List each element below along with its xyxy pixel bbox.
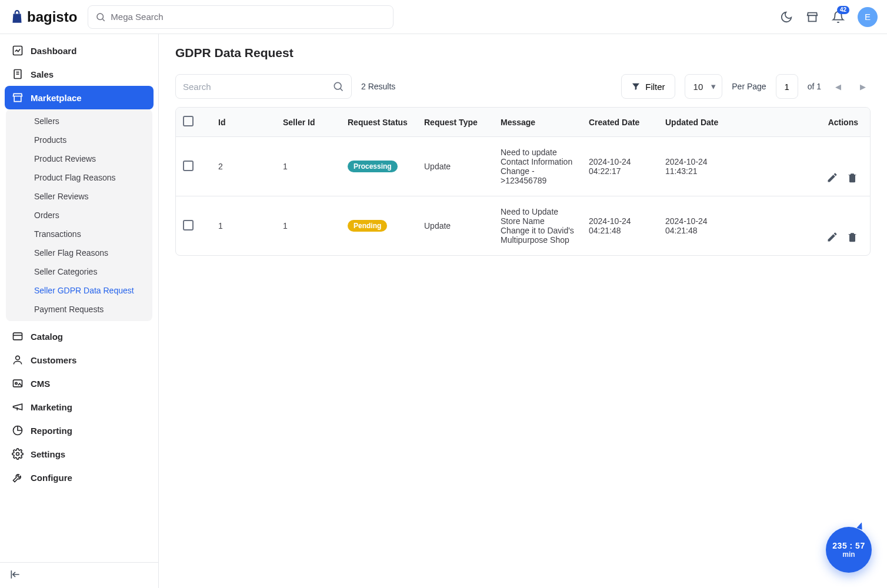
- sidebar-item-label: Marketing: [31, 402, 72, 412]
- results-count: 2 Results: [361, 82, 395, 91]
- sidebar-item-label: CMS: [31, 379, 50, 389]
- store-icon: [806, 11, 819, 24]
- settings-icon: [12, 448, 24, 460]
- moon-icon: [780, 11, 793, 24]
- next-page-button[interactable]: ▶: [855, 80, 871, 93]
- select-all-checkbox[interactable]: [183, 116, 194, 126]
- sidebar-item-label: Marketplace: [31, 93, 82, 103]
- timer-unit: min: [842, 550, 855, 559]
- subnav-seller-gdpr[interactable]: Seller GDPR Data Request: [6, 281, 152, 300]
- perpage-select[interactable]: 10: [685, 74, 723, 99]
- col-updated[interactable]: Updated Date: [658, 108, 735, 137]
- svg-point-12: [16, 453, 19, 456]
- row-checkbox[interactable]: [183, 161, 194, 171]
- row-checkbox[interactable]: [183, 220, 194, 230]
- subnav-product-reviews[interactable]: Product Reviews: [6, 149, 152, 168]
- data-table: Id Seller Id Request Status Request Type…: [175, 107, 871, 256]
- prev-page-button[interactable]: ◀: [831, 80, 846, 93]
- topbar-actions: 42 E: [780, 7, 878, 27]
- customers-icon: [12, 354, 24, 366]
- cell-created: 2024-10-24 04:22:17: [582, 137, 658, 196]
- dashboard-icon: [12, 45, 24, 56]
- perpage-value: 10: [693, 82, 703, 92]
- sidebar-item-catalog[interactable]: Catalog: [5, 325, 154, 348]
- current-page-input[interactable]: [776, 74, 798, 99]
- filter-button[interactable]: Filter: [621, 74, 675, 99]
- timer-time: 235 : 57: [832, 541, 865, 550]
- mega-search-input[interactable]: [111, 12, 386, 22]
- subnav-seller-reviews[interactable]: Seller Reviews: [6, 187, 152, 206]
- subnav-sellers[interactable]: Sellers: [6, 112, 152, 131]
- dark-mode-toggle[interactable]: [780, 11, 793, 24]
- cell-seller-id: 1: [276, 196, 341, 256]
- total-pages-text: of 1: [808, 82, 821, 91]
- subnav-products[interactable]: Products: [6, 131, 152, 149]
- col-status[interactable]: Request Status: [341, 108, 417, 137]
- cell-message: Need to Update Store Name Change it to D…: [493, 196, 582, 256]
- svg-rect-6: [14, 333, 22, 340]
- status-badge: Processing: [348, 161, 398, 172]
- collapse-icon: [9, 569, 21, 580]
- sidebar-item-cms[interactable]: CMS: [5, 372, 154, 395]
- col-message[interactable]: Message: [493, 108, 582, 137]
- subnav-payment-requests[interactable]: Payment Requests: [6, 300, 152, 319]
- col-id[interactable]: Id: [211, 108, 276, 137]
- sidebar-collapse-button[interactable]: [9, 573, 21, 582]
- brand-logo[interactable]: bagisto: [9, 9, 77, 25]
- trash-icon: [846, 172, 858, 183]
- marketing-icon: [12, 401, 24, 413]
- toolbar: 2 Results Filter 10 Per Page of 1 ◀ ▶: [175, 74, 871, 99]
- sidebar-item-dashboard[interactable]: Dashboard: [5, 39, 154, 62]
- delete-button[interactable]: [846, 172, 858, 183]
- subnav-orders[interactable]: Orders: [6, 206, 152, 225]
- sidebar-item-settings[interactable]: Settings: [5, 442, 154, 466]
- cell-seller-id: 1: [276, 137, 341, 196]
- store-link[interactable]: [806, 11, 819, 24]
- reporting-icon: [12, 425, 24, 436]
- sidebar-item-label: Dashboard: [31, 46, 76, 56]
- sidebar: Dashboard Sales Marketplace Sellers Prod…: [0, 34, 159, 588]
- cms-icon: [12, 377, 24, 389]
- sidebar-item-marketplace[interactable]: Marketplace: [5, 86, 154, 109]
- subnav-seller-flag-reasons[interactable]: Seller Flag Reasons: [6, 243, 152, 262]
- catalog-icon: [12, 330, 24, 342]
- sidebar-item-configure[interactable]: Configure: [5, 466, 154, 489]
- subnav-seller-categories[interactable]: Seller Categories: [6, 262, 152, 281]
- sidebar-item-label: Catalog: [31, 332, 63, 342]
- svg-line-14: [341, 89, 343, 91]
- svg-point-13: [334, 82, 341, 89]
- marketplace-icon: [12, 92, 24, 103]
- configure-icon: [12, 472, 24, 483]
- sidebar-item-customers[interactable]: Customers: [5, 348, 154, 372]
- cell-type: Update: [417, 196, 493, 256]
- sidebar-item-marketing[interactable]: Marketing: [5, 395, 154, 419]
- edit-button[interactable]: [826, 231, 838, 243]
- bag-icon: [9, 9, 25, 25]
- topbar: bagisto 42 E: [0, 0, 887, 34]
- sidebar-item-sales[interactable]: Sales: [5, 62, 154, 86]
- main-content: GDPR Data Request 2 Results Filter 10 Pe…: [159, 34, 887, 588]
- filter-icon: [631, 82, 641, 91]
- timer-widget[interactable]: 235 : 57 min: [826, 527, 872, 573]
- notifications-button[interactable]: 42: [832, 11, 845, 24]
- table-row: 2 1 Processing Update Need to update Con…: [176, 137, 870, 196]
- sidebar-item-label: Sales: [31, 69, 54, 79]
- subnav-product-flag-reasons[interactable]: Product Flag Reasons: [6, 168, 152, 187]
- col-type[interactable]: Request Type: [417, 108, 493, 137]
- subnav-transactions[interactable]: Transactions: [6, 225, 152, 243]
- edit-button[interactable]: [826, 172, 838, 183]
- sidebar-footer: [0, 562, 158, 588]
- mega-search[interactable]: [88, 5, 394, 29]
- cell-id: 2: [211, 137, 276, 196]
- table-search-input[interactable]: [183, 82, 332, 92]
- search-box[interactable]: [175, 74, 352, 99]
- delete-button[interactable]: [846, 231, 858, 243]
- table-header-row: Id Seller Id Request Status Request Type…: [176, 108, 870, 137]
- sidebar-item-label: Customers: [31, 355, 76, 365]
- col-seller-id[interactable]: Seller Id: [276, 108, 341, 137]
- cell-updated: 2024-10-24 04:21:48: [658, 196, 735, 256]
- sidebar-item-reporting[interactable]: Reporting: [5, 419, 154, 442]
- col-created[interactable]: Created Date: [582, 108, 658, 137]
- pencil-icon: [826, 172, 838, 183]
- avatar[interactable]: E: [858, 7, 878, 27]
